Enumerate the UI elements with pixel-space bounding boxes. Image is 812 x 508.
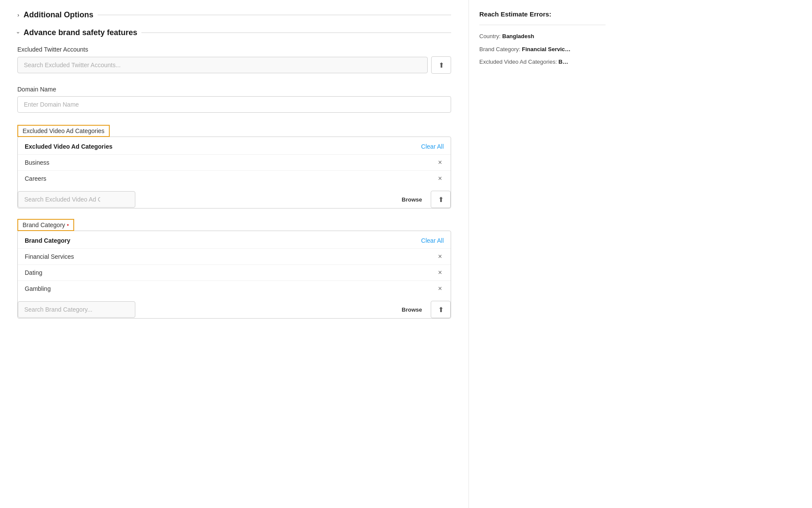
additional-options-divider — [98, 15, 451, 15]
brand-category-gambling-name: Gambling — [25, 285, 51, 292]
excluded-video-categories-panel-title: Excluded Video Ad Categories — [25, 143, 112, 150]
brand-category-label: Brand Category• — [17, 219, 74, 231]
right-panel-brand-category-value: Financial Servic… — [522, 46, 570, 52]
excluded-video-upload-button[interactable]: ⬆ — [431, 191, 451, 208]
domain-name-input[interactable] — [17, 96, 451, 113]
excluded-twitter-accounts-group: Excluded Twitter Accounts ⬆ — [17, 46, 451, 74]
advance-brand-safety-divider — [141, 33, 451, 33]
brand-category-item-dating: Dating × — [18, 264, 451, 280]
right-panel-excluded-video: Excluded Video Ad Categories: B… — [479, 58, 606, 66]
brand-category-item-gambling: Gambling × — [18, 280, 451, 296]
excluded-video-categories-panel: Excluded Video Ad Categories Clear All B… — [17, 137, 451, 208]
right-panel-excluded-video-value: B… — [559, 59, 568, 65]
brand-category-search-wrapper: Browse — [18, 301, 427, 318]
excluded-video-item-business: Business × — [18, 154, 451, 170]
brand-category-remove-dating-button[interactable]: × — [436, 269, 444, 276]
excluded-video-item-careers-name: Careers — [25, 175, 46, 182]
excluded-video-remove-careers-button[interactable]: × — [436, 175, 444, 182]
brand-category-panel-header: Brand Category Clear All — [18, 231, 451, 248]
excluded-video-upload-icon: ⬆ — [438, 195, 444, 204]
brand-category-search-input[interactable] — [18, 301, 135, 318]
brand-category-browse-button[interactable]: Browse — [402, 306, 422, 313]
advance-brand-safety-chevron[interactable]: › — [15, 32, 22, 33]
excluded-video-search-wrapper: Browse — [18, 191, 427, 208]
brand-category-clear-all-button[interactable]: Clear All — [421, 237, 444, 244]
brand-category-remove-financial-button[interactable]: × — [436, 253, 444, 260]
excluded-video-search-row: Browse ⬆ — [18, 186, 451, 208]
excluded-twitter-label: Excluded Twitter Accounts — [17, 46, 451, 53]
excluded-video-search-input[interactable] — [18, 191, 135, 208]
excluded-twitter-upload-button[interactable]: ⬆ — [431, 56, 451, 74]
right-panel-country-value: Bangladesh — [502, 33, 534, 39]
right-panel: Reach Estimate Errors: Country: Banglade… — [468, 0, 616, 508]
brand-category-search-row: Browse ⬆ — [18, 296, 451, 318]
excluded-video-categories-block: Excluded Video Ad Categories Excluded Vi… — [17, 125, 451, 208]
excluded-video-remove-business-button[interactable]: × — [436, 159, 444, 166]
brand-category-panel: Brand Category Clear All Financial Servi… — [17, 231, 451, 319]
excluded-twitter-search-row: ⬆ — [17, 56, 451, 74]
excluded-video-item-business-name: Business — [25, 159, 49, 166]
excluded-twitter-input[interactable] — [17, 57, 428, 73]
brand-category-panel-title: Brand Category — [25, 237, 70, 244]
right-panel-brand-category: Brand Category: Financial Servic… — [479, 45, 606, 54]
right-panel-country: Country: Bangladesh — [479, 32, 606, 41]
excluded-video-browse-button[interactable]: Browse — [402, 196, 422, 203]
reach-estimate-errors-title: Reach Estimate Errors: — [479, 10, 606, 18]
brand-category-upload-button[interactable]: ⬆ — [431, 301, 451, 318]
additional-options-title: Additional Options — [23, 10, 93, 20]
brand-category-dating-name: Dating — [25, 269, 42, 276]
excluded-video-categories-panel-header: Excluded Video Ad Categories Clear All — [18, 137, 451, 154]
excluded-video-item-careers: Careers × — [18, 170, 451, 186]
domain-name-label: Domain Name — [17, 86, 451, 93]
excluded-video-categories-label: Excluded Video Ad Categories — [17, 125, 110, 137]
brand-category-block: Brand Category• Brand Category Clear All… — [17, 219, 451, 319]
excluded-twitter-input-wrapper — [17, 57, 428, 73]
excluded-twitter-upload-icon: ⬆ — [439, 61, 444, 69]
brand-category-upload-icon: ⬆ — [438, 306, 444, 314]
additional-options-chevron[interactable]: › — [17, 12, 19, 18]
domain-name-group: Domain Name — [17, 86, 451, 113]
additional-options-section[interactable]: › Additional Options — [17, 10, 451, 20]
right-panel-divider — [479, 25, 606, 25]
excluded-video-clear-all-button[interactable]: Clear All — [421, 143, 444, 150]
brand-category-financial-services-name: Financial Services — [25, 253, 74, 260]
brand-category-remove-gambling-button[interactable]: × — [436, 285, 444, 292]
advance-brand-safety-section[interactable]: › Advance brand safety features — [17, 28, 451, 37]
advance-brand-safety-title: Advance brand safety features — [23, 28, 137, 37]
brand-category-required-dot: • — [67, 221, 69, 228]
brand-category-item-financial-services: Financial Services × — [18, 248, 451, 264]
